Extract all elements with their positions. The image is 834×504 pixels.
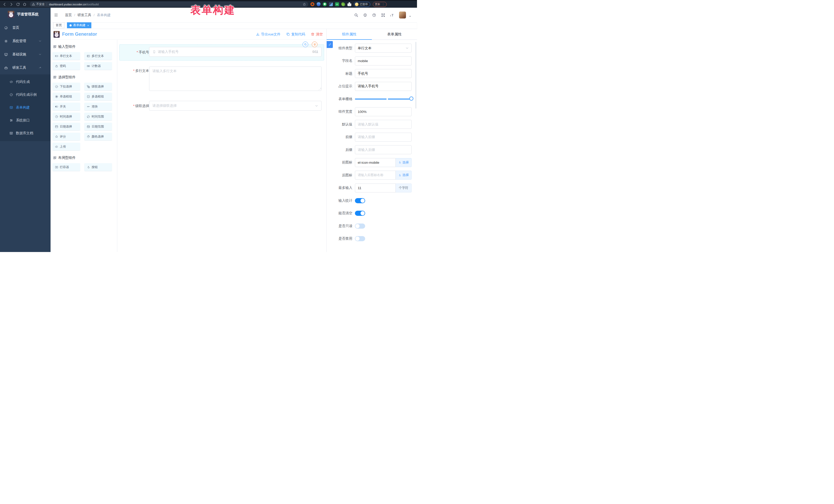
component-row-container[interactable]: 行容器 bbox=[52, 163, 80, 171]
prop-row-clearable: 能否清空 bbox=[327, 207, 417, 220]
duplicate-item-button[interactable] bbox=[303, 42, 308, 47]
extension-icon-on-badge[interactable]: on bbox=[335, 2, 339, 6]
sidebar-item-label: 代码生成 bbox=[16, 80, 30, 84]
bookmark-star-icon[interactable] bbox=[303, 3, 306, 6]
component-slider[interactable]: 滑块 bbox=[84, 103, 112, 110]
browser-back-icon[interactable] bbox=[3, 2, 7, 6]
component-switch[interactable]: 开关 bbox=[52, 103, 80, 110]
component-date-picker[interactable]: 日期选择 bbox=[52, 123, 80, 130]
extension-icon-green-v[interactable] bbox=[323, 2, 327, 6]
prefix-icon-input[interactable]: el-icon-mobile bbox=[355, 158, 396, 167]
sidebar-item-infra[interactable]: 基础设施 bbox=[0, 48, 50, 61]
app-logo-row[interactable]: 芋道管理系统 bbox=[0, 8, 50, 21]
component-rate[interactable]: 评分 bbox=[52, 133, 80, 140]
show-count-toggle[interactable] bbox=[355, 198, 365, 203]
max-length-input[interactable]: 11 bbox=[355, 183, 396, 193]
readonly-toggle[interactable] bbox=[355, 223, 365, 229]
extension-icon-blue-drop[interactable] bbox=[317, 2, 321, 6]
breadcrumb-home[interactable]: 首页 bbox=[65, 13, 72, 18]
sidebar-item-codegen[interactable]: 代码生成 bbox=[0, 75, 50, 88]
github-icon[interactable] bbox=[363, 13, 367, 17]
component-type-select[interactable]: 单行文本 bbox=[355, 44, 412, 52]
field-name-input[interactable]: mobile bbox=[355, 57, 412, 65]
panel-scrollbar[interactable] bbox=[415, 42, 416, 109]
chevron-down-icon bbox=[315, 104, 318, 108]
component-textarea[interactable]: 多行文本 bbox=[84, 52, 112, 60]
tag-home[interactable]: 首页 bbox=[53, 22, 64, 28]
sidebar-item-system-api[interactable]: 系统接口 bbox=[0, 114, 50, 127]
component-time-picker[interactable]: 时间选择 bbox=[52, 113, 80, 120]
fullscreen-icon[interactable] bbox=[381, 13, 385, 17]
component-cascader[interactable]: 级联选择 bbox=[84, 83, 112, 90]
mobile-input[interactable]: 请输入手机号 0/11 bbox=[149, 47, 322, 57]
browser-home-icon[interactable] bbox=[23, 2, 27, 6]
tab-component-props[interactable]: 组件属性 bbox=[327, 29, 372, 40]
font-size-icon[interactable]: tT bbox=[390, 13, 394, 17]
component-dropdown[interactable]: 下拉选择 bbox=[52, 83, 80, 90]
component-color-picker[interactable]: 颜色选择 bbox=[84, 133, 112, 140]
tag-close-icon[interactable]: × bbox=[87, 24, 89, 27]
extension-icon-green-leaf[interactable] bbox=[341, 2, 345, 6]
suffix-icon-select-button[interactable]: 选择 bbox=[396, 171, 412, 180]
field-label-textarea: *多行文本 bbox=[127, 68, 149, 73]
slider-handle[interactable] bbox=[409, 96, 413, 101]
sidebar-item-form-builder[interactable]: 表单构建 bbox=[0, 101, 50, 114]
default-value-input[interactable]: 请输入默认值 bbox=[355, 120, 412, 129]
char-counter: 0/11 bbox=[312, 50, 318, 53]
textarea-input[interactable]: 请输入多行文本 bbox=[149, 66, 322, 91]
placeholder-input[interactable]: 请输入手机号 bbox=[355, 82, 412, 91]
clearable-toggle[interactable] bbox=[355, 211, 365, 216]
sidebar-item-devtools[interactable]: 研发工具 bbox=[0, 61, 50, 74]
export-vue-button[interactable]: 导出vue文件 bbox=[256, 32, 281, 37]
disabled-toggle[interactable] bbox=[355, 236, 365, 241]
component-counter[interactable]: 计数器 bbox=[84, 62, 112, 70]
component-single-line-text[interactable]: 单行文本 bbox=[52, 52, 80, 60]
avatar-caret-icon[interactable] bbox=[409, 15, 411, 18]
breadcrumb-group[interactable]: 研发工具 bbox=[78, 13, 91, 18]
delete-item-button[interactable] bbox=[312, 42, 317, 47]
tab-form-props[interactable]: 表单属性 bbox=[372, 29, 417, 40]
sidebar-item-codegen-demo[interactable]: 代码生成示例 bbox=[0, 88, 50, 101]
hamburger-icon[interactable] bbox=[54, 13, 58, 17]
component-radio-group[interactable]: 单选框组 bbox=[52, 93, 80, 100]
browser-profile-chip[interactable]: 已暂停 bbox=[354, 2, 370, 7]
cascader-input[interactable]: 请选择级联选择 bbox=[149, 101, 322, 111]
clear-button[interactable]: 清空 bbox=[311, 32, 323, 37]
pointer-icon bbox=[87, 166, 90, 169]
browser-forward-icon[interactable] bbox=[9, 2, 13, 6]
form-canvas[interactable]: *手机号 请输入手机号 0/11 *多行文本 请输入多行文本 *级联选择 请选择… bbox=[117, 40, 326, 252]
prefix-icon-select-button[interactable]: 选择 bbox=[396, 158, 412, 167]
suffix-icon-input[interactable]: 请输入后图标名称 bbox=[355, 171, 396, 180]
extension-icon-orange[interactable] bbox=[310, 2, 314, 6]
component-time-range[interactable]: 时间范围 bbox=[84, 113, 112, 120]
sidebar-item-system[interactable]: 系统管理 bbox=[0, 35, 50, 48]
extensions-puzzle-icon[interactable] bbox=[348, 2, 351, 6]
url-bar[interactable]: 不安全 dashboard.yudao.iocoder.cn/tool/buil… bbox=[30, 2, 308, 7]
component-checkbox-group[interactable]: 多选框组 bbox=[84, 93, 112, 100]
component-date-range[interactable]: 日期范围 bbox=[84, 123, 112, 130]
browser-update-button[interactable]: 更新 ⋮ bbox=[373, 2, 387, 7]
sidebar-item-db-doc[interactable]: 数据库文档 bbox=[0, 127, 50, 139]
prefix-input[interactable]: 请输入前缀 bbox=[355, 133, 412, 141]
suffix-input[interactable]: 请输入后缀 bbox=[355, 145, 412, 154]
search-icon[interactable] bbox=[354, 13, 358, 17]
help-icon[interactable] bbox=[372, 13, 376, 17]
sidebar-item-home[interactable]: 首页 bbox=[0, 21, 50, 35]
copy-code-button[interactable]: 复制代码 bbox=[286, 32, 305, 37]
browser-chrome: 不安全 dashboard.yudao.iocoder.cn/tool/buil… bbox=[0, 0, 417, 8]
prop-row-width: 组件宽度 100% bbox=[327, 106, 417, 118]
title-input[interactable]: 手机号 bbox=[355, 69, 412, 78]
component-password[interactable]: 密码 bbox=[52, 62, 80, 70]
component-upload[interactable]: 上传 bbox=[52, 143, 80, 150]
user-avatar[interactable] bbox=[399, 12, 406, 19]
resize-handle[interactable] bbox=[318, 88, 321, 90]
browser-reload-icon[interactable] bbox=[16, 2, 20, 6]
extension-icon-dark-squares[interactable] bbox=[329, 2, 333, 6]
tag-form-builder[interactable]: 表单构建 × bbox=[67, 22, 91, 28]
width-input[interactable]: 100% bbox=[355, 107, 412, 116]
prop-row-default: 默认值 请输入默认值 bbox=[327, 118, 417, 131]
component-button[interactable]: 按钮 bbox=[84, 163, 112, 171]
clock-range-icon bbox=[87, 115, 90, 118]
browser-menu-dots-icon[interactable]: ⋮ bbox=[382, 3, 385, 6]
form-grid-slider[interactable] bbox=[355, 98, 411, 100]
